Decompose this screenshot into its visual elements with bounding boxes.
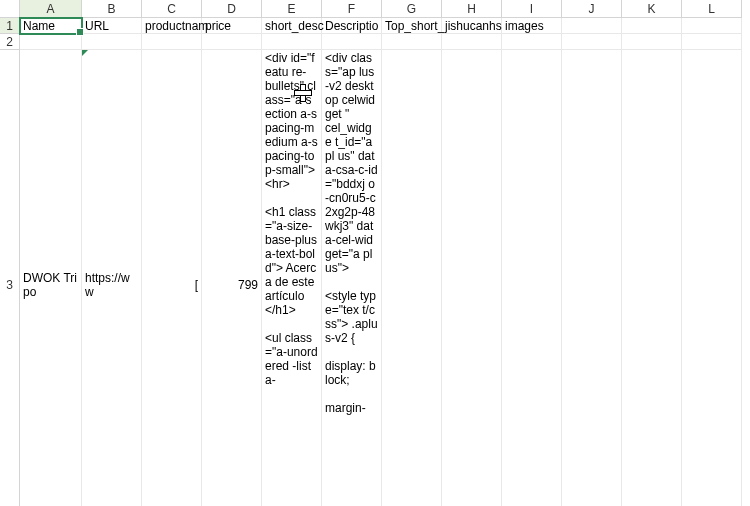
col-header-C[interactable]: C — [142, 0, 202, 18]
cell-L3[interactable] — [682, 50, 742, 506]
cell-G2[interactable] — [382, 34, 442, 50]
cell-E1[interactable]: short_desc — [262, 18, 322, 34]
cell-H1[interactable]: jishucanhs — [442, 18, 502, 34]
row-header-2[interactable]: 2 — [0, 34, 20, 50]
cell-H3[interactable] — [442, 50, 502, 506]
col-header-I[interactable]: I — [502, 0, 562, 18]
col-header-L[interactable]: L — [682, 0, 742, 18]
cell-L1[interactable] — [682, 18, 742, 34]
error-indicator-icon — [82, 50, 88, 56]
col-header-F[interactable]: F — [322, 0, 382, 18]
select-all-corner[interactable] — [0, 0, 20, 18]
cell-C3[interactable]: [ — [142, 50, 202, 506]
cell-D1[interactable]: price — [202, 18, 262, 34]
cell-I3[interactable] — [502, 50, 562, 506]
cell-K2[interactable] — [622, 34, 682, 50]
cell-E3[interactable]: <div id="featu re- bullets" class="a-sec… — [262, 50, 322, 506]
cell-J3[interactable] — [562, 50, 622, 506]
cell-D3[interactable]: 799 — [202, 50, 262, 506]
cell-I2[interactable] — [502, 34, 562, 50]
cell-C1[interactable]: productnam — [142, 18, 202, 34]
cell-B3-text: https://ww — [85, 271, 138, 299]
cell-F2[interactable] — [322, 34, 382, 50]
cell-G3[interactable] — [382, 50, 442, 506]
col-header-D[interactable]: D — [202, 0, 262, 18]
row-header-1[interactable]: 1 — [0, 18, 20, 34]
col-header-A[interactable]: A — [20, 0, 82, 18]
cell-L2[interactable] — [682, 34, 742, 50]
row-header-3[interactable]: 3 — [0, 50, 20, 506]
cell-B1[interactable]: URL — [82, 18, 142, 34]
spreadsheet-grid[interactable]: A B C D E F G H I J K L 1 Name URL produ… — [0, 0, 750, 506]
col-header-J[interactable]: J — [562, 0, 622, 18]
cell-A1[interactable]: Name — [20, 18, 82, 34]
cell-K3[interactable] — [622, 50, 682, 506]
cell-J1[interactable] — [562, 18, 622, 34]
cell-K1[interactable] — [622, 18, 682, 34]
col-header-E[interactable]: E — [262, 0, 322, 18]
cell-B2[interactable] — [82, 34, 142, 50]
cell-J2[interactable] — [562, 34, 622, 50]
cell-I1[interactable]: images — [502, 18, 562, 34]
cell-C2[interactable] — [142, 34, 202, 50]
cell-A2[interactable] — [20, 34, 82, 50]
col-header-B[interactable]: B — [82, 0, 142, 18]
cell-G1[interactable]: Top_short_ — [382, 18, 442, 34]
col-header-H[interactable]: H — [442, 0, 502, 18]
cell-B3[interactable]: https://ww — [82, 50, 142, 506]
cell-A3[interactable]: DWOK Tripo — [20, 50, 82, 506]
cell-F1[interactable]: Descriptio — [322, 18, 382, 34]
cell-H2[interactable] — [442, 34, 502, 50]
col-header-G[interactable]: G — [382, 0, 442, 18]
cell-D2[interactable] — [202, 34, 262, 50]
col-header-K[interactable]: K — [622, 0, 682, 18]
cell-F3[interactable]: <div class="ap lus-v2 desktop celwidget … — [322, 50, 382, 506]
cell-E2[interactable] — [262, 34, 322, 50]
